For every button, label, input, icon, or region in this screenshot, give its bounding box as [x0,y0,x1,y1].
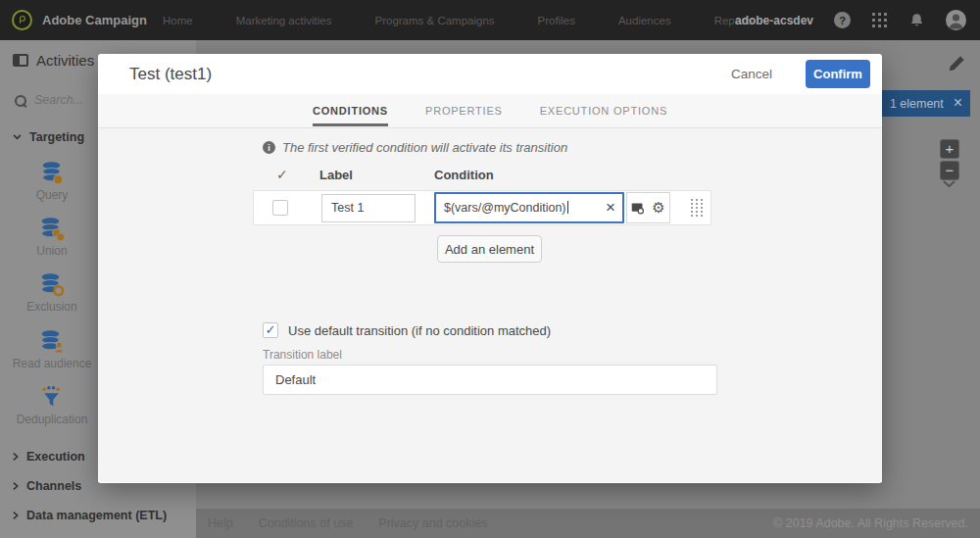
expression-picker-button[interactable] [626,192,649,223]
page-footer: Help Conditions of use Privacy and cooki… [196,509,980,538]
condition-input[interactable]: $(vars/@myCondition) × [434,192,624,223]
nav-profiles[interactable]: Profiles [538,15,575,26]
tab-properties[interactable]: PROPERTIES [425,94,503,127]
union-icon [39,216,66,242]
activities-panel-icon [13,54,28,67]
sidebar-section-targeting[interactable]: Targeting [13,130,84,144]
label-input[interactable]: Test 1 [321,194,416,222]
user-avatar[interactable] [946,10,966,30]
account-name[interactable]: adobe-acsdev [735,14,813,27]
deduplication-icon [39,384,66,411]
sidebar-item-exclusion[interactable]: Exclusion [0,271,104,314]
dialog-body: i The first verified condition will acti… [98,128,882,482]
transition-label-caption: Transition label [263,348,342,362]
cancel-button[interactable]: Cancel [731,67,772,81]
add-element-button[interactable]: Add an element [437,235,542,263]
element-browser-icon [630,201,645,215]
zoom-out-button[interactable]: − [940,161,959,180]
zoom-in-button[interactable]: + [940,139,959,159]
use-default-transition-label: Use default transition (if no condition … [288,323,551,338]
condition-row: Test 1 $(vars/@myCondition) × ⚙ [253,190,711,225]
query-icon [39,160,66,186]
exclusion-icon [39,271,66,298]
conditions-table-header: ✓ Label Condition [263,168,717,183]
adobe-campaign-logo-icon [12,10,32,30]
tab-conditions[interactable]: CONDITIONS [313,94,388,127]
sidebar-section-execution[interactable]: Execution [13,450,85,464]
checkmark-icon: ✓ [266,322,276,337]
chevron-right-icon [13,481,19,491]
tab-execution-options[interactable]: EXECUTION OPTIONS [540,94,667,127]
advanced-settings-button[interactable]: ⚙ [648,192,670,223]
dialog-title: Test (test1) [129,65,212,84]
brand-name: Adobe Campaign [42,13,147,27]
sidebar-item-union[interactable]: Union [0,216,104,258]
collapse-chevron-icon[interactable] [942,179,956,188]
footer-link-conditions[interactable]: Conditions of use [259,516,354,530]
sidebar-item-query[interactable]: Query [0,160,104,202]
condition-column-header: Condition [434,168,494,182]
badge-label: 1 element [890,97,944,111]
info-icon: i [263,141,275,154]
nav-audiences[interactable]: Audiences [618,15,671,26]
drag-handle[interactable] [691,199,705,219]
top-navigation-bar: Adobe Campaign Home Marketing activities… [0,0,980,40]
read-audience-icon [39,328,66,355]
notifications-bell-icon[interactable] [908,12,925,28]
sidebar-section-channels[interactable]: Channels [13,479,81,493]
dialog-header: Test (test1) Cancel Confirm [98,54,882,94]
use-default-transition-row: ✓ Use default transition (if no conditio… [263,322,551,338]
nav-home[interactable]: Home [163,15,193,26]
test-activity-dialog: Test (test1) Cancel Confirm CONDITIONS P… [98,54,882,483]
gear-icon: ⚙ [652,199,664,217]
sidebar-title: Activities [36,52,94,69]
clear-input-icon[interactable]: × [606,194,615,221]
row-checkbox[interactable] [272,200,288,216]
nav-marketing-activities[interactable]: Marketing activities [236,15,332,26]
brand: Adobe Campaign [0,10,147,30]
info-message: i The first verified condition will acti… [263,140,567,155]
chevron-right-icon [13,511,19,520]
top-nav: Home Marketing activities Programs & Cam… [163,15,754,26]
drag-handle-dots-icon [691,199,693,201]
chevron-down-icon [13,134,22,140]
app-switcher-icon[interactable] [871,12,888,28]
check-column-icon: ✓ [276,167,288,182]
sidebar-item-deduplication[interactable]: Deduplication [0,384,104,426]
selection-count-badge: 1 element × [882,90,970,117]
copyright-text: © 2019 Adobe. All Rights Reserved. [773,516,968,530]
nav-programs-campaigns[interactable]: Programs & Campaigns [374,15,494,26]
chevron-right-icon [13,452,19,462]
help-icon[interactable]: ? [834,12,851,28]
confirm-button[interactable]: Confirm [806,60,870,88]
sidebar-activities-header[interactable]: Activities [13,52,112,69]
footer-link-privacy[interactable]: Privacy and cookies [378,516,487,530]
transition-label-input[interactable]: Default [263,365,717,395]
edit-pencil-icon[interactable] [948,54,966,73]
dialog-tabs: CONDITIONS PROPERTIES EXECUTION OPTIONS [98,94,882,128]
badge-close-icon[interactable]: × [954,95,962,111]
sidebar-item-read-audience[interactable]: Read audience [0,328,104,370]
sidebar-section-data-management[interactable]: Data management (ETL) [13,509,167,522]
sidebar-search[interactable] [15,93,103,107]
text-caret [567,201,568,214]
label-column-header: Label [319,168,353,182]
use-default-transition-checkbox[interactable]: ✓ [263,322,278,338]
search-input[interactable] [34,93,103,107]
footer-link-help[interactable]: Help [208,516,233,530]
search-icon [15,95,25,106]
